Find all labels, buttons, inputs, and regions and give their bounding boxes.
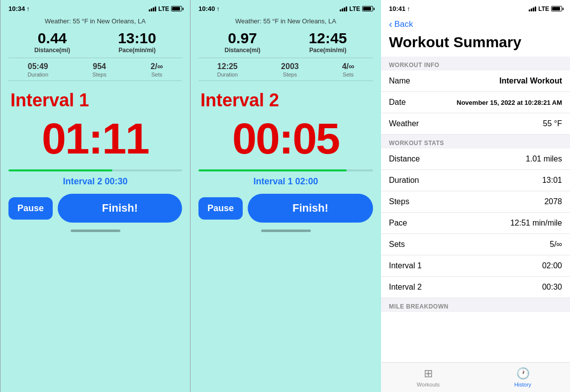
battery-2: [362, 6, 373, 11]
pace-block-2: 12:45 Pace(min/mi): [309, 31, 347, 54]
date-row: Date November 15, 2022 at 10:28:21 AM: [381, 92, 570, 113]
next-interval-1: Interval 2 00:30: [0, 171, 190, 191]
date-value: November 15, 2022 at 10:28:21 AM: [457, 99, 562, 106]
pause-button-2[interactable]: Pause: [198, 197, 243, 220]
stat-pace-label: Pace: [389, 219, 407, 228]
distance-block-1: 0.44 Distance(mi): [34, 31, 70, 54]
weather-row-summary: Weather 55 °F: [381, 113, 570, 135]
divider-2b: [198, 80, 373, 81]
home-indicator-2: [261, 230, 311, 232]
metrics-bottom-1: 05:49 Duration 954 Steps 2/∞ Sets: [0, 60, 190, 78]
steps-value-2: 2003: [281, 62, 299, 71]
stat-sets-value: 5/∞: [550, 240, 562, 249]
workouts-icon: ⊞: [424, 367, 433, 380]
summary-title: Workout Summary: [381, 32, 570, 57]
pace-value-1: 13:10: [118, 31, 156, 46]
status-bar-1: 10:34 ↑ LTE: [0, 0, 190, 14]
steps-block-2: 2003 Steps: [281, 62, 299, 78]
weather-1: Weather: 55 °F in New Orleans, LA: [0, 14, 190, 27]
stat-interval1-value: 02:00: [542, 261, 562, 270]
tab-history[interactable]: 🕐 History: [475, 364, 570, 391]
tab-workouts[interactable]: ⊞ Workouts: [381, 364, 475, 391]
lte-1: LTE: [158, 5, 169, 12]
stat-duration-value: 13:01: [542, 176, 562, 185]
battery-1: [171, 6, 182, 11]
weather-label-summary: Weather: [389, 119, 419, 128]
distance-value-1: 0.44: [34, 31, 70, 46]
pace-block-1: 13:10 Pace(min/mi): [118, 31, 156, 54]
steps-block-1: 954 Steps: [93, 62, 106, 78]
duration-block-2: 12:25 Duration: [217, 62, 238, 78]
distance-block-2: 0.97 Distance(mi): [225, 31, 261, 54]
time-summary: 10:41: [389, 5, 405, 12]
btn-row-2: Pause Finish!: [190, 191, 381, 226]
sets-value-2: 4/∞: [342, 62, 355, 71]
interval-timer-2: 00:05: [190, 113, 381, 164]
stat-interval2-row: Interval 2 00:30: [381, 277, 570, 298]
metrics-bottom-2: 12:25 Duration 2003 Steps 4/∞ Sets: [190, 60, 381, 78]
tab-workouts-label: Workouts: [417, 382, 440, 388]
location-arrow-1: ↑: [26, 5, 30, 12]
history-icon: 🕐: [516, 367, 530, 380]
status-bar-summary: 10:41 ↑ LTE: [381, 0, 570, 14]
stat-distance-label: Distance: [389, 155, 420, 163]
time-2: 10:40: [198, 5, 215, 12]
interval-title-2: Interval 2: [190, 83, 381, 113]
interval-title-1: Interval 1: [0, 83, 190, 113]
stat-interval2-label: Interval 2: [389, 283, 422, 292]
btn-row-1: Pause Finish!: [0, 191, 190, 226]
duration-label-1: Duration: [27, 72, 48, 78]
back-chevron-icon: ‹: [389, 18, 392, 30]
distance-value-2: 0.97: [225, 31, 261, 46]
name-label: Name: [389, 77, 410, 85]
steps-label-1: Steps: [93, 72, 106, 78]
duration-value-2: 12:25: [217, 62, 238, 71]
duration-value-1: 05:49: [27, 62, 48, 71]
pace-label-2: Pace(min/mi): [309, 47, 347, 54]
distance-label-2: Distance(mi): [225, 47, 261, 54]
progress-area-1: [0, 164, 190, 171]
divider-1b: [8, 80, 182, 81]
lte-summary: LTE: [538, 5, 549, 12]
tab-bar: ⊞ Workouts 🕐 History: [381, 362, 570, 392]
name-row: Name Interval Workout: [381, 71, 570, 92]
steps-label-2: Steps: [281, 72, 299, 78]
stat-interval1-row: Interval 1 02:00: [381, 255, 570, 277]
metrics-top-1: 0.44 Distance(mi) 13:10 Pace(min/mi): [0, 27, 190, 56]
divider-2: [198, 58, 373, 58]
sets-label-1: Sets: [151, 72, 163, 78]
sets-block-1: 2/∞ Sets: [151, 62, 163, 78]
stat-pace-row: Pace 12:51 min/mile: [381, 213, 570, 234]
signal-bars-2: [340, 6, 347, 11]
finish-button-2[interactable]: Finish!: [248, 194, 373, 223]
back-button[interactable]: ‹ Back: [381, 14, 570, 32]
stat-pace-value: 12:51 min/mile: [510, 219, 562, 228]
weather-2: Weather: 55 °F in New Orleans, LA: [190, 14, 381, 27]
date-label: Date: [389, 98, 406, 107]
finish-button-1[interactable]: Finish!: [58, 194, 182, 223]
location-arrow-summary: ↑: [407, 5, 410, 12]
workout-info-header: WORKOUT INFO: [381, 57, 570, 71]
pause-button-1[interactable]: Pause: [8, 197, 53, 220]
stat-duration-row: Duration 13:01: [381, 170, 570, 191]
mile-breakdown-header: MILE BREAKDOWN: [381, 298, 570, 312]
name-value: Interval Workout: [499, 77, 562, 85]
location-arrow-2: ↑: [216, 5, 220, 12]
sets-block-2: 4/∞ Sets: [342, 62, 355, 78]
distance-label-1: Distance(mi): [34, 47, 70, 54]
duration-label-2: Duration: [217, 72, 238, 78]
phone-screen-1: 10:34 ↑ LTE Weather: 55 °F in New Orlean…: [0, 0, 190, 392]
stat-duration-label: Duration: [389, 176, 419, 185]
stat-steps-row: Steps 2078: [381, 191, 570, 213]
stat-distance-row: Distance 1.01 miles: [381, 149, 570, 170]
pace-value-2: 12:45: [309, 31, 347, 46]
stat-distance-value: 1.01 miles: [526, 155, 562, 163]
duration-block-1: 05:49 Duration: [27, 62, 48, 78]
summary-content[interactable]: WORKOUT INFO Name Interval Workout Date …: [381, 57, 570, 362]
home-indicator-1: [71, 230, 120, 232]
weather-value-summary: 55 °F: [543, 119, 562, 128]
stat-steps-value: 2078: [544, 197, 562, 206]
phone-screen-2: 10:40 ↑ LTE Weather: 55 °F in New Orlean…: [190, 0, 381, 392]
lte-2: LTE: [349, 5, 360, 12]
tab-history-label: History: [514, 382, 531, 388]
